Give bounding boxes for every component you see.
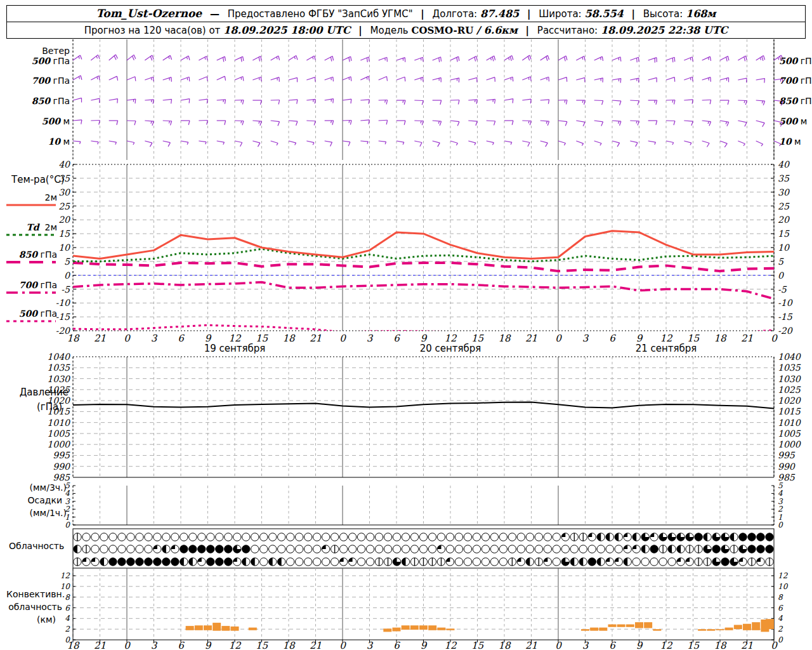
svg-text:2: 2: [65, 625, 70, 633]
conv-cloud-bar: [590, 628, 598, 631]
model-resolution: / 6.6км: [476, 24, 518, 36]
conv-cloud-bar: [383, 628, 391, 632]
provider-text: Предоставлено ФГБУ "ЗапСиб УГМС": [228, 8, 413, 20]
model-name: COSMO-RU: [411, 25, 473, 36]
conv-cloud-bar: [581, 629, 589, 631]
svg-text:20: 20: [778, 215, 790, 225]
wind-level-500hpa-right: 500 гПа: [779, 56, 812, 66]
svg-text:15: 15: [58, 229, 70, 239]
cloud-row-нижняя: [74, 558, 773, 566]
svg-text:4: 4: [65, 614, 70, 623]
altitude-value: 168м: [686, 8, 716, 20]
svg-text:18: 18: [67, 333, 80, 344]
precip-panel: 554433221100: [65, 481, 783, 529]
svg-text:6: 6: [178, 333, 185, 344]
svg-text:21: 21: [525, 640, 537, 650]
precip-unit-1h: (мм/1ч.): [6, 508, 67, 518]
conv-cloud-bar: [707, 629, 715, 631]
svg-text:5: 5: [64, 256, 70, 267]
svg-text:1005: 1005: [778, 428, 801, 439]
latitude-label: Широта:: [539, 8, 581, 20]
conv-panel: 121210108866442200: [60, 568, 789, 644]
svg-text:1005: 1005: [47, 428, 70, 439]
svg-text:1010: 1010: [778, 418, 801, 428]
wind-row-4: [73, 141, 781, 147]
header-line-1: Tom_Ust-Ozernoe — Предоставлено ФГБУ "За…: [7, 6, 805, 22]
run-time: 18.09.2025 18:00 UTC: [223, 24, 350, 36]
conv-cloud-bar: [213, 623, 221, 631]
svg-text:0: 0: [339, 640, 346, 650]
svg-text:3: 3: [151, 333, 158, 344]
svg-text:9: 9: [421, 640, 428, 650]
conv-cloud-bar: [644, 622, 652, 628]
wind-row-0: [73, 55, 783, 63]
svg-text:12: 12: [660, 640, 673, 650]
svg-text:0: 0: [555, 333, 562, 344]
svg-text:-15: -15: [778, 312, 793, 322]
svg-text:3: 3: [151, 640, 158, 650]
svg-text:35: 35: [778, 173, 790, 183]
precip-unit-3h: (мм/3ч.): [6, 482, 67, 493]
svg-text:6: 6: [778, 604, 783, 613]
conv-title-1: Конвективн.: [6, 589, 62, 599]
pressure-unit: (гПа): [6, 401, 62, 413]
svg-text:995: 995: [778, 450, 796, 460]
svg-text:3: 3: [367, 640, 374, 650]
wind-level-700hpa-right: 700 гПа: [779, 76, 812, 86]
temp-panel-title: Тем-ра(°C): [11, 174, 65, 185]
svg-text:0: 0: [771, 333, 778, 344]
svg-text:21: 21: [310, 640, 322, 650]
svg-text:12: 12: [444, 640, 457, 650]
conv-cloud-bar: [402, 625, 410, 630]
conv-title-3: (км): [6, 614, 56, 625]
svg-text:18: 18: [282, 640, 296, 650]
svg-text:3: 3: [582, 640, 589, 650]
conv-cloud-bar: [437, 628, 445, 630]
svg-text:18: 18: [498, 640, 511, 650]
svg-text:-10: -10: [55, 298, 70, 308]
svg-text:1020: 1020: [778, 395, 801, 406]
header-line-2: Прогноз на 120 часа(ов) от 18.09.2025 18…: [7, 22, 805, 38]
calculated-label: Рассчитано:: [537, 25, 598, 36]
svg-text:18: 18: [282, 333, 296, 344]
wind-level-10m-right: 10 м: [779, 136, 801, 147]
svg-text:21: 21: [94, 333, 106, 344]
svg-text:8: 8: [65, 593, 70, 602]
svg-text:21 сентября: 21 сентября: [636, 343, 697, 354]
conv-cloud-bar: [599, 628, 607, 631]
svg-text:21: 21: [94, 640, 106, 650]
conv-cloud-bar: [752, 622, 760, 630]
temp-line-700 гПа: [73, 282, 774, 299]
conv-cloud-bar: [231, 627, 239, 631]
legend-t2m-label: 2м: [6, 192, 57, 202]
svg-text:6: 6: [178, 640, 185, 650]
svg-text:0: 0: [64, 270, 70, 281]
svg-text:1000: 1000: [47, 439, 70, 449]
wind-level-700hpa-left: 700 гПа: [13, 76, 70, 86]
latitude-value: 58.554: [584, 8, 623, 20]
svg-text:1010: 1010: [47, 418, 70, 428]
wind-level-10m-left: 10 м: [13, 136, 70, 147]
svg-text:1035: 1035: [47, 362, 70, 373]
svg-text:18: 18: [67, 640, 80, 650]
wind-level-850hpa-left: 850 гПа: [13, 96, 70, 106]
svg-text:990: 990: [778, 461, 796, 472]
legend-t700-label: 700 гПа: [6, 280, 57, 290]
header: Tom_Ust-Ozernoe — Предоставлено ФГБУ "За…: [6, 5, 806, 39]
svg-text:-10: -10: [778, 298, 793, 308]
separator: |: [626, 8, 639, 20]
svg-text:10: 10: [58, 242, 70, 253]
conv-cloud-bar: [617, 625, 625, 627]
conv-cloud-bar: [653, 629, 661, 631]
svg-text:19 сентября: 19 сентября: [204, 343, 266, 354]
svg-text:21: 21: [741, 333, 753, 344]
svg-text:4: 4: [778, 614, 783, 623]
svg-text:12: 12: [778, 571, 789, 580]
cloud-panel: [73, 529, 774, 568]
conv-cloud-bar: [635, 622, 643, 628]
svg-text:2: 2: [778, 625, 783, 633]
svg-text:1040: 1040: [47, 352, 70, 362]
wind-row-2: [73, 98, 783, 105]
pressure-panel: 1040104010351035103010301025102510201020…: [47, 352, 801, 482]
svg-text:1030: 1030: [47, 374, 70, 384]
